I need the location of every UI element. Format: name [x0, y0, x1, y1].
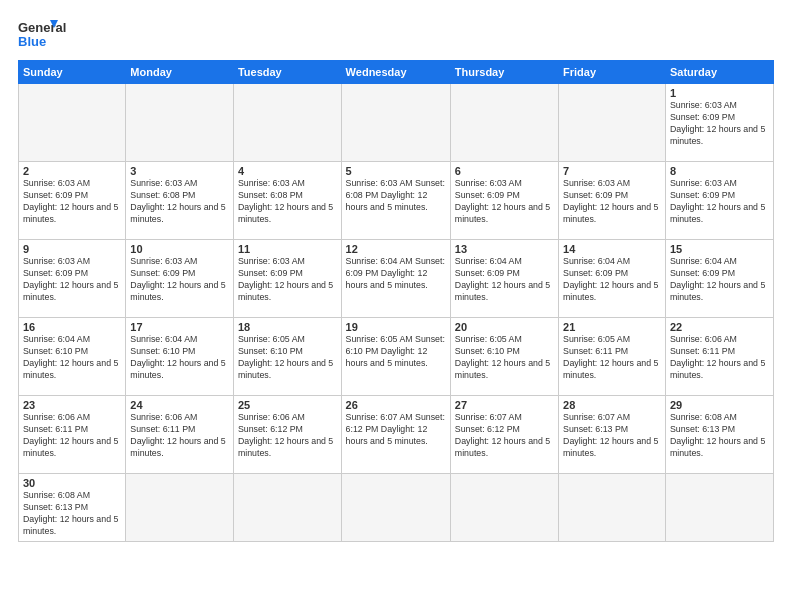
day-info: Sunrise: 6:06 AM Sunset: 6:12 PM Dayligh…: [238, 412, 337, 460]
calendar-cell: 15Sunrise: 6:04 AM Sunset: 6:09 PM Dayli…: [665, 240, 773, 318]
day-number: 14: [563, 243, 661, 255]
day-info: Sunrise: 6:03 AM Sunset: 6:09 PM Dayligh…: [23, 256, 121, 304]
calendar-cell: [19, 84, 126, 162]
calendar-cell: 26Sunrise: 6:07 AM Sunset: 6:12 PM Dayli…: [341, 396, 450, 474]
calendar-cell: 10Sunrise: 6:03 AM Sunset: 6:09 PM Dayli…: [126, 240, 234, 318]
calendar-cell: [341, 474, 450, 542]
day-info: Sunrise: 6:05 AM Sunset: 6:10 PM Dayligh…: [346, 334, 446, 370]
calendar-cell: [233, 474, 341, 542]
calendar-cell: 24Sunrise: 6:06 AM Sunset: 6:11 PM Dayli…: [126, 396, 234, 474]
calendar-cell: [559, 84, 666, 162]
day-info: Sunrise: 6:04 AM Sunset: 6:09 PM Dayligh…: [670, 256, 769, 304]
header-monday: Monday: [126, 61, 234, 84]
calendar-cell: 4Sunrise: 6:03 AM Sunset: 6:08 PM Daylig…: [233, 162, 341, 240]
calendar-cell: 8Sunrise: 6:03 AM Sunset: 6:09 PM Daylig…: [665, 162, 773, 240]
calendar-cell: [559, 474, 666, 542]
day-number: 23: [23, 399, 121, 411]
day-info: Sunrise: 6:03 AM Sunset: 6:08 PM Dayligh…: [130, 178, 229, 226]
day-info: Sunrise: 6:06 AM Sunset: 6:11 PM Dayligh…: [670, 334, 769, 382]
calendar-cell: 3Sunrise: 6:03 AM Sunset: 6:08 PM Daylig…: [126, 162, 234, 240]
day-number: 9: [23, 243, 121, 255]
day-info: Sunrise: 6:08 AM Sunset: 6:13 PM Dayligh…: [23, 490, 121, 538]
calendar-cell: [450, 474, 558, 542]
day-info: Sunrise: 6:03 AM Sunset: 6:09 PM Dayligh…: [670, 178, 769, 226]
day-number: 22: [670, 321, 769, 333]
day-info: Sunrise: 6:03 AM Sunset: 6:09 PM Dayligh…: [23, 178, 121, 226]
day-number: 13: [455, 243, 554, 255]
calendar-cell: 18Sunrise: 6:05 AM Sunset: 6:10 PM Dayli…: [233, 318, 341, 396]
day-number: 20: [455, 321, 554, 333]
calendar-cell: [341, 84, 450, 162]
generalblue-logo-icon: General Blue: [18, 16, 88, 50]
day-info: Sunrise: 6:04 AM Sunset: 6:09 PM Dayligh…: [563, 256, 661, 304]
calendar-table: Sunday Monday Tuesday Wednesday Thursday…: [18, 60, 774, 542]
calendar-cell: 2Sunrise: 6:03 AM Sunset: 6:09 PM Daylig…: [19, 162, 126, 240]
day-number: 29: [670, 399, 769, 411]
day-number: 21: [563, 321, 661, 333]
header-tuesday: Tuesday: [233, 61, 341, 84]
day-number: 3: [130, 165, 229, 177]
day-info: Sunrise: 6:04 AM Sunset: 6:10 PM Dayligh…: [23, 334, 121, 382]
day-number: 28: [563, 399, 661, 411]
calendar-cell: 29Sunrise: 6:08 AM Sunset: 6:13 PM Dayli…: [665, 396, 773, 474]
day-info: Sunrise: 6:05 AM Sunset: 6:10 PM Dayligh…: [455, 334, 554, 382]
calendar-cell: 1Sunrise: 6:03 AM Sunset: 6:09 PM Daylig…: [665, 84, 773, 162]
day-number: 27: [455, 399, 554, 411]
calendar-cell: 6Sunrise: 6:03 AM Sunset: 6:09 PM Daylig…: [450, 162, 558, 240]
day-number: 4: [238, 165, 337, 177]
calendar-cell: 25Sunrise: 6:06 AM Sunset: 6:12 PM Dayli…: [233, 396, 341, 474]
day-info: Sunrise: 6:07 AM Sunset: 6:12 PM Dayligh…: [455, 412, 554, 460]
calendar-cell: [126, 84, 234, 162]
header-saturday: Saturday: [665, 61, 773, 84]
calendar-cell: 16Sunrise: 6:04 AM Sunset: 6:10 PM Dayli…: [19, 318, 126, 396]
day-number: 2: [23, 165, 121, 177]
calendar-cell: 17Sunrise: 6:04 AM Sunset: 6:10 PM Dayli…: [126, 318, 234, 396]
header: General Blue: [18, 16, 774, 50]
calendar-cell: 23Sunrise: 6:06 AM Sunset: 6:11 PM Dayli…: [19, 396, 126, 474]
day-number: 30: [23, 477, 121, 489]
day-number: 8: [670, 165, 769, 177]
day-number: 18: [238, 321, 337, 333]
calendar-cell: [233, 84, 341, 162]
day-info: Sunrise: 6:04 AM Sunset: 6:09 PM Dayligh…: [346, 256, 446, 292]
header-thursday: Thursday: [450, 61, 558, 84]
day-number: 17: [130, 321, 229, 333]
calendar-cell: 19Sunrise: 6:05 AM Sunset: 6:10 PM Dayli…: [341, 318, 450, 396]
day-info: Sunrise: 6:06 AM Sunset: 6:11 PM Dayligh…: [23, 412, 121, 460]
calendar-page: General Blue Sunday Monday Tuesday Wedne…: [0, 0, 792, 612]
weekday-header-row: Sunday Monday Tuesday Wednesday Thursday…: [19, 61, 774, 84]
day-number: 6: [455, 165, 554, 177]
calendar-cell: [450, 84, 558, 162]
calendar-cell: [665, 474, 773, 542]
day-info: Sunrise: 6:04 AM Sunset: 6:09 PM Dayligh…: [455, 256, 554, 304]
day-info: Sunrise: 6:05 AM Sunset: 6:11 PM Dayligh…: [563, 334, 661, 382]
calendar-cell: 30Sunrise: 6:08 AM Sunset: 6:13 PM Dayli…: [19, 474, 126, 542]
calendar-cell: 12Sunrise: 6:04 AM Sunset: 6:09 PM Dayli…: [341, 240, 450, 318]
day-info: Sunrise: 6:06 AM Sunset: 6:11 PM Dayligh…: [130, 412, 229, 460]
day-info: Sunrise: 6:08 AM Sunset: 6:13 PM Dayligh…: [670, 412, 769, 460]
day-number: 15: [670, 243, 769, 255]
day-number: 16: [23, 321, 121, 333]
day-number: 26: [346, 399, 446, 411]
header-sunday: Sunday: [19, 61, 126, 84]
day-info: Sunrise: 6:03 AM Sunset: 6:09 PM Dayligh…: [670, 100, 769, 148]
day-number: 7: [563, 165, 661, 177]
calendar-cell: 5Sunrise: 6:03 AM Sunset: 6:08 PM Daylig…: [341, 162, 450, 240]
calendar-cell: 13Sunrise: 6:04 AM Sunset: 6:09 PM Dayli…: [450, 240, 558, 318]
day-info: Sunrise: 6:04 AM Sunset: 6:10 PM Dayligh…: [130, 334, 229, 382]
day-info: Sunrise: 6:03 AM Sunset: 6:09 PM Dayligh…: [563, 178, 661, 226]
calendar-cell: [126, 474, 234, 542]
calendar-cell: 21Sunrise: 6:05 AM Sunset: 6:11 PM Dayli…: [559, 318, 666, 396]
day-number: 19: [346, 321, 446, 333]
day-number: 1: [670, 87, 769, 99]
day-info: Sunrise: 6:03 AM Sunset: 6:08 PM Dayligh…: [346, 178, 446, 214]
calendar-cell: 20Sunrise: 6:05 AM Sunset: 6:10 PM Dayli…: [450, 318, 558, 396]
day-number: 12: [346, 243, 446, 255]
logo: General Blue: [18, 16, 88, 50]
day-number: 10: [130, 243, 229, 255]
day-info: Sunrise: 6:03 AM Sunset: 6:09 PM Dayligh…: [238, 256, 337, 304]
header-wednesday: Wednesday: [341, 61, 450, 84]
day-number: 24: [130, 399, 229, 411]
svg-text:Blue: Blue: [18, 34, 46, 49]
day-info: Sunrise: 6:03 AM Sunset: 6:08 PM Dayligh…: [238, 178, 337, 226]
